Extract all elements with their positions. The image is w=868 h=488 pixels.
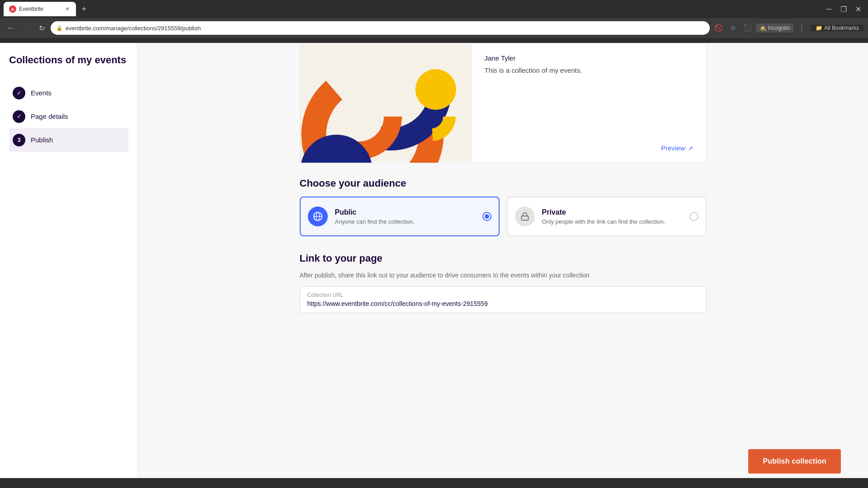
toolbar-actions: 🚫 ☆ ⬛ 🕵 Incognito ⋮ [712, 22, 808, 34]
private-radio-button[interactable] [689, 212, 698, 221]
sidebar-item-page-details[interactable]: ✓ Page details [9, 105, 128, 128]
private-icon [515, 206, 535, 226]
tab-favicon: e [9, 5, 16, 13]
audience-card-public[interactable]: Public Anyone can find the collection. [300, 197, 500, 236]
public-audience-text: Public Anyone can find the collection. [335, 208, 415, 225]
incognito-icon: 🕵 [760, 25, 766, 31]
sidebar-title: Collections of my events [9, 54, 128, 67]
sidebar-publish-label: Publish [31, 136, 53, 144]
preview-author: Jane Tyler [485, 54, 693, 62]
audience-section-title: Choose your audience [300, 178, 707, 189]
sidebar-item-publish[interactable]: 3 Publish [9, 128, 128, 152]
browser-tab[interactable]: e Eventbrite ✕ [4, 2, 76, 16]
address-text: eventbrite.com/manage/collections/291555… [66, 25, 704, 32]
events-check-icon: ✓ [13, 87, 25, 99]
bottom-bar [0, 478, 868, 488]
publish-collection-button[interactable]: Publish collection [748, 449, 841, 474]
preview-card-inner: Jane Tyler This is a collection of my ev… [300, 43, 706, 163]
browser-toolbar: ← → ↻ 🔒 eventbrite.com/manage/collection… [0, 18, 868, 38]
main-content: Jane Tyler This is a collection of my ev… [138, 43, 868, 488]
sidebar-nav: ✓ Events ✓ Page details 3 Publish [9, 81, 128, 152]
link-section-title: Link to your page [300, 253, 707, 264]
back-button[interactable]: ← [5, 22, 17, 34]
bookmarks-area[interactable]: 📁 All Bookmarks [811, 25, 863, 31]
refresh-button[interactable]: ↻ [35, 22, 48, 34]
maximize-button[interactable]: ❐ [837, 3, 850, 15]
preview-description: This is a collection of my events. [485, 66, 693, 76]
public-radio-button[interactable] [482, 212, 491, 221]
window-controls: ─ ❐ ✕ [823, 3, 864, 15]
link-section: Link to your page After publish, share t… [300, 253, 707, 313]
new-tab-button[interactable]: + [78, 3, 90, 15]
external-link-icon: ➚ [688, 145, 693, 152]
bookmarks-folder-icon: 📁 [816, 25, 822, 31]
url-value: https://www.eventbrite.com/cc/collection… [307, 300, 699, 307]
minimize-button[interactable]: ─ [823, 3, 835, 15]
browser-chrome: e Eventbrite ✕ + ─ ❐ ✕ ← → ↻ 🔒 eventbrit… [0, 0, 868, 43]
sidebar-item-events[interactable]: ✓ Events [9, 81, 128, 105]
url-label: Collection URL [307, 292, 699, 298]
browser-titlebar: e Eventbrite ✕ + ─ ❐ ✕ [0, 0, 868, 18]
sidebar: Collections of my events ✓ Events ✓ Page… [0, 43, 138, 488]
publish-number-icon: 3 [13, 134, 25, 146]
content-inner: Jane Tyler This is a collection of my ev… [291, 43, 716, 364]
preview-image [300, 43, 472, 163]
incognito-badge: 🕵 Incognito [756, 23, 794, 33]
public-icon [308, 206, 328, 226]
audience-options: Public Anyone can find the collection. [300, 197, 707, 236]
sidebar-events-label: Events [31, 89, 52, 97]
address-bar[interactable]: 🔒 eventbrite.com/manage/collections/2915… [51, 21, 710, 35]
star-icon[interactable]: ☆ [727, 22, 740, 34]
tab-title: Eventbrite [19, 6, 61, 12]
preview-card: Jane Tyler This is a collection of my ev… [300, 43, 707, 163]
preview-link[interactable]: Preview ➚ [485, 139, 693, 152]
page-wrapper: Collections of my events ✓ Events ✓ Page… [0, 43, 868, 488]
url-field[interactable]: Collection URL https://www.eventbrite.co… [300, 286, 707, 313]
link-section-description: After publish, share this link out to yo… [300, 272, 707, 279]
address-security-icon: 🔒 [56, 25, 63, 31]
preview-info: Jane Tyler This is a collection of my ev… [472, 43, 706, 163]
cast-icon[interactable]: ⬛ [741, 22, 754, 34]
menu-icon[interactable]: ⋮ [795, 22, 808, 34]
close-window-button[interactable]: ✕ [852, 3, 864, 15]
audience-card-private[interactable]: Private Only people with the link can fi… [507, 197, 707, 236]
svg-rect-10 [521, 216, 528, 220]
sidebar-page-details-label: Page details [31, 113, 68, 120]
forward-button[interactable]: → [20, 22, 33, 34]
private-audience-text: Private Only people with the link can fi… [542, 208, 665, 225]
eye-off-icon[interactable]: 🚫 [712, 22, 725, 34]
tab-close-button[interactable]: ✕ [64, 5, 71, 13]
publish-btn-container: Publish collection [748, 449, 841, 474]
page-details-check-icon: ✓ [13, 110, 25, 123]
svg-point-3 [415, 69, 456, 110]
